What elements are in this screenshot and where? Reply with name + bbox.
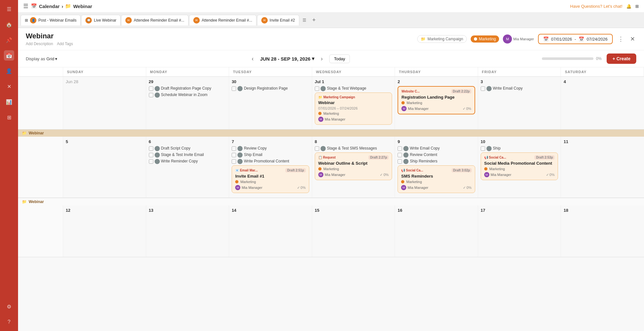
- sidebar-calendar[interactable]: 📅: [4, 50, 14, 61]
- task-check-icon[interactable]: [398, 146, 402, 151]
- cell-date-7: 7: [232, 139, 309, 144]
- tab-invite-email-2[interactable]: ✉ Invite Email #2: [257, 15, 299, 25]
- sidebar-hamburger[interactable]: ☰: [4, 4, 14, 14]
- date-end: 07/24/2026: [587, 37, 608, 42]
- add-description-link[interactable]: Add Description: [26, 42, 53, 46]
- card-registration-landing[interactable]: Website C... Draft 2:22p Registration La…: [398, 86, 475, 114]
- task-write-email-copy-9[interactable]: Write Email Copy: [398, 146, 475, 151]
- hamburger-icon[interactable]: ☰: [23, 3, 28, 10]
- card-invite-email-1[interactable]: 📧 Email Mar... Draft 2:51p Invite Email …: [232, 165, 309, 193]
- cell-date-12: 12: [66, 208, 143, 213]
- sidebar: ☰ 🏠 📌 📅 👤 ✕ 📊 ⊞ ⚙ ?: [0, 0, 18, 331]
- day-header-tuesday: TUESDAY: [229, 67, 312, 76]
- manager-badge[interactable]: M Mia Manager: [503, 34, 534, 44]
- card-manager: M Mia Manager: [318, 117, 389, 122]
- task-check-icon[interactable]: [232, 86, 236, 91]
- date-range-filter[interactable]: 📅 07/01/2026 - 📅 07/24/2026: [538, 34, 613, 44]
- nav-next-button[interactable]: ›: [318, 55, 325, 63]
- task-check-icon[interactable]: [232, 159, 236, 164]
- display-mode-button[interactable]: Grid ▾: [46, 56, 57, 61]
- grid-view-icon[interactable]: ⊞: [635, 4, 639, 9]
- task-stage-test-invite[interactable]: Stage & Test Invite Email: [149, 152, 226, 158]
- tab-live-webinar[interactable]: 💬 Live Webinar: [81, 15, 120, 25]
- task-check-icon[interactable]: [481, 86, 485, 91]
- card-footer: M Mia Manager ✓0%: [401, 106, 471, 111]
- create-button[interactable]: + Create: [607, 54, 636, 64]
- breadcrumb-sep: ›: [62, 4, 63, 9]
- tab-post-webinar-emails[interactable]: ⊞ 👤 Post - Webinar Emails: [21, 15, 81, 25]
- task-check-icon[interactable]: [232, 153, 236, 157]
- task-write-reminder-copy[interactable]: Write Reminder Copy: [149, 159, 226, 164]
- task-check-icon[interactable]: [315, 146, 319, 151]
- tab-avatar-3: ✉: [125, 17, 132, 24]
- sidebar-home[interactable]: 🏠: [4, 19, 14, 30]
- cell-sun5: 5: [63, 137, 146, 198]
- card-sms-reminders[interactable]: 📢 Social Ca... Draft 3:02p SMS Reminders…: [398, 165, 475, 193]
- task-label: Draft Script Copy: [161, 146, 190, 151]
- draft-time: Draft 2:53p: [534, 155, 554, 160]
- close-button[interactable]: ✕: [629, 34, 636, 44]
- task-check-icon[interactable]: [398, 153, 402, 157]
- task-ship-reminders[interactable]: Ship Reminders: [398, 159, 475, 164]
- task-write-email-copy-fri[interactable]: Write Email Copy: [481, 86, 558, 91]
- cell-thu9: 9 Write Email Copy Review Content: [395, 137, 478, 198]
- card-webinar-outline[interactable]: 📋 Request Draft 2:27p Webinar Outline & …: [315, 152, 392, 180]
- card-pct: ✓0%: [380, 173, 389, 177]
- tab-menu-button[interactable]: ☰: [300, 16, 309, 25]
- task-check-icon[interactable]: [481, 146, 485, 151]
- tab-attendee-reminder-1[interactable]: ✉ Attendee Reminder Email #...: [121, 15, 188, 25]
- sidebar-settings[interactable]: ⚙: [4, 301, 14, 312]
- notification-icon[interactable]: 🔔: [626, 4, 631, 9]
- week-3-grid: 12 13 14 15 16 17: [18, 205, 644, 257]
- task-check-icon[interactable]: [149, 146, 153, 151]
- tab-add-button[interactable]: +: [310, 16, 319, 25]
- task-draft-reg-page-copy[interactable]: Draft Registration Page Copy: [149, 86, 226, 91]
- card-title-webinar: Webinar: [318, 100, 389, 105]
- task-draft-script-copy[interactable]: Draft Script Copy: [149, 146, 226, 151]
- marketing-badge[interactable]: Marketing: [471, 35, 499, 43]
- card-social-promo[interactable]: 📢 Social Ca... Draft 2:53p Social Media …: [481, 152, 558, 180]
- sidebar-people[interactable]: 👤: [4, 66, 14, 76]
- task-design-reg-page[interactable]: Design Registration Page: [232, 86, 309, 91]
- card-webinar-main[interactable]: 📁 Marketing Campaign Webinar 07/01/2026 …: [315, 92, 392, 125]
- campaign-badge[interactable]: 📁 Marketing Campaign: [417, 35, 467, 43]
- task-check-icon[interactable]: [315, 86, 319, 91]
- add-tags-link[interactable]: Add Tags: [57, 42, 73, 46]
- breadcrumb-webinar[interactable]: Webinar: [73, 4, 92, 9]
- task-avatar: [155, 152, 160, 158]
- help-chat-link[interactable]: Have Questions? Let's chat!: [570, 4, 622, 9]
- tab-attendee-reminder-2[interactable]: ✉ Attendee Reminder Email #...: [189, 15, 256, 25]
- task-check-icon[interactable]: [149, 159, 153, 164]
- task-review-copy[interactable]: Review Copy: [232, 146, 309, 151]
- page-title: Webinar: [26, 32, 73, 40]
- sidebar-grid[interactable]: ⊞: [4, 112, 14, 122]
- task-stage-test-webpage[interactable]: Stage & Test Webpage: [315, 86, 392, 91]
- webinar-banner-2: 📁 Webinar: [18, 198, 644, 205]
- card-manager: M Mia Manager: [401, 106, 428, 111]
- today-button[interactable]: Today: [329, 54, 350, 63]
- card-title-invite1: Invite Email #1: [235, 174, 306, 179]
- tab-avatar-2: 💬: [85, 17, 92, 24]
- task-stage-sms[interactable]: Stage & Test SMS Messages: [315, 146, 392, 151]
- cell-date-18: 18: [563, 208, 641, 213]
- task-check-icon[interactable]: [232, 146, 236, 151]
- day-header-wednesday: WEDNESDAY: [312, 67, 395, 76]
- breadcrumb-calendar[interactable]: Calendar: [39, 4, 60, 9]
- task-ship-email[interactable]: Ship Email: [232, 152, 309, 158]
- sidebar-pin[interactable]: 📌: [4, 35, 14, 45]
- sidebar-chart[interactable]: ✕: [4, 81, 14, 92]
- card-draft-row: 📢 Social Ca... Draft 2:53p: [484, 155, 555, 160]
- task-check-icon[interactable]: [149, 86, 153, 91]
- more-options-button[interactable]: ⋮: [617, 34, 625, 44]
- task-review-content[interactable]: Review Content: [398, 152, 475, 158]
- nav-prev-button[interactable]: ‹: [249, 55, 256, 63]
- task-check-icon[interactable]: [149, 153, 153, 157]
- task-check-icon[interactable]: [398, 159, 402, 164]
- task-ship-10[interactable]: Ship: [481, 146, 558, 151]
- sidebar-help[interactable]: ?: [4, 317, 14, 327]
- task-write-promo-content[interactable]: Write Promotional Content: [232, 159, 309, 164]
- sidebar-bar[interactable]: 📊: [4, 97, 14, 107]
- tag-marketing: Marketing: [489, 167, 505, 171]
- task-check-icon[interactable]: [149, 93, 153, 97]
- task-schedule-webinar[interactable]: Schedule Webinar in Zoom: [149, 92, 226, 98]
